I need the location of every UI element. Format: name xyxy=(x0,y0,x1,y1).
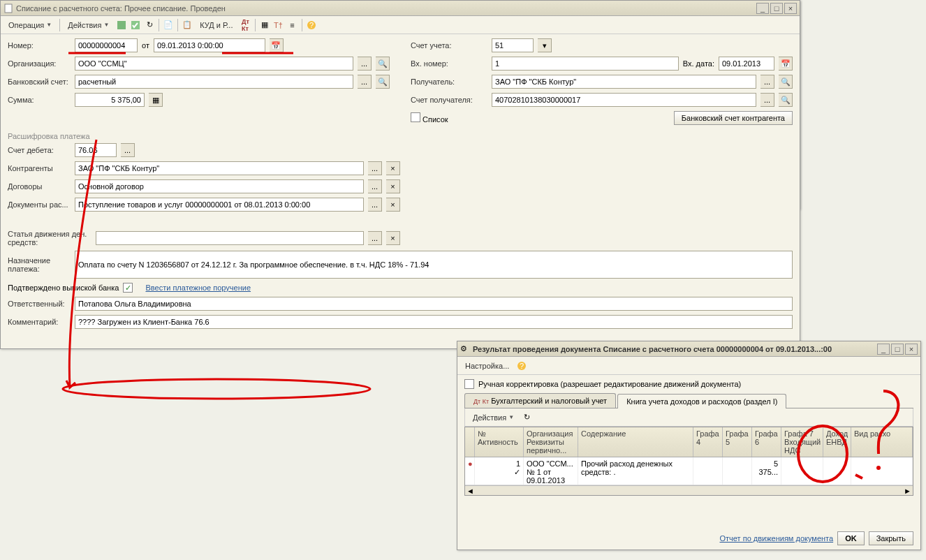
grid-table: №Активность ОрганизацияРеквизиты первичн… xyxy=(464,427,913,496)
vxdata-input[interactable]: 09.01.2013 xyxy=(719,57,774,71)
col-g4[interactable]: Графа 4 xyxy=(693,427,723,457)
search-icon[interactable]: 🔍 xyxy=(376,75,390,89)
ok-button[interactable]: OK xyxy=(837,531,865,545)
new-doc-icon[interactable]: 📄 xyxy=(162,19,175,31)
vxnomer-input[interactable]: 1 xyxy=(492,57,679,71)
refresh-icon[interactable]: ↻ xyxy=(520,411,533,424)
maximize-button[interactable]: □ xyxy=(770,3,783,14)
clear-icon[interactable]: × xyxy=(386,198,400,212)
select-icon[interactable]: ... xyxy=(760,93,774,107)
uchet-input[interactable]: 51 xyxy=(492,38,534,52)
org-input[interactable]: ООО "ССМЦ" xyxy=(75,57,353,71)
section-title: Расшифровка платежа xyxy=(8,132,793,140)
nastroika-button[interactable]: Настройка... xyxy=(460,360,514,372)
col-sod[interactable]: Содержание xyxy=(578,427,693,457)
dogovor-input[interactable]: Основной договор xyxy=(75,179,364,193)
titlebar[interactable]: Списание с расчетного счета: Прочее спис… xyxy=(1,1,800,16)
refresh-icon[interactable]: ↻ xyxy=(143,19,156,31)
spisok-checkbox[interactable] xyxy=(411,112,420,122)
scroll-left-icon[interactable]: ◄ xyxy=(466,487,474,495)
col-g7[interactable]: Графа 7Входящий НДС xyxy=(781,427,823,457)
dtk-icon[interactable]: ДтКт xyxy=(240,19,252,31)
calendar-icon[interactable]: 📅 xyxy=(779,57,793,71)
select-icon[interactable]: ... xyxy=(760,75,774,89)
search-icon[interactable]: 🔍 xyxy=(779,75,793,89)
poluch-input[interactable]: ЗАО "ПФ "СКБ Контур" xyxy=(492,75,756,89)
manual-checkbox[interactable] xyxy=(464,379,474,389)
docs-input[interactable]: Поступление товаров и услуг 00000000001 … xyxy=(75,198,364,212)
maximize-button[interactable]: □ xyxy=(891,344,904,355)
statya-input[interactable] xyxy=(96,231,364,245)
structure-icon[interactable]: ▦ xyxy=(258,19,271,31)
otchet-link[interactable]: Отчет по движениям документа xyxy=(720,534,834,543)
minimize-button[interactable]: _ xyxy=(756,3,769,14)
calendar-icon[interactable]: 📅 xyxy=(270,38,284,52)
help-icon[interactable]: ? xyxy=(515,360,528,372)
tabs: Дт Кт Бухгалтерский и налоговый учет Кни… xyxy=(464,393,913,408)
grid-toolbar: Действия▼ ↻ xyxy=(464,408,913,427)
copy-icon[interactable]: 📋 xyxy=(181,19,193,31)
schetpol-input[interactable]: 40702810138030000017 xyxy=(492,93,756,107)
t-icon[interactable]: T† xyxy=(272,19,285,31)
select-icon[interactable]: ... xyxy=(368,198,382,212)
col-org[interactable]: ОрганизацияРеквизиты первично... xyxy=(524,427,578,457)
schetdeb-input[interactable]: 76.06 xyxy=(75,143,117,157)
svg-text:?: ? xyxy=(520,362,524,370)
otv-input[interactable]: Потапова Ольга Владимировна xyxy=(75,297,793,311)
date-input[interactable]: 09.01.2013 0:00:00 xyxy=(154,38,265,52)
search-icon[interactable]: 🔍 xyxy=(779,93,793,107)
toolbar: Настройка... ? xyxy=(457,357,920,375)
col-g6[interactable]: Графа 6 xyxy=(752,427,781,457)
hscroll[interactable]: ◄ ► xyxy=(465,485,913,495)
col-vid[interactable]: Вид расхо xyxy=(851,427,913,457)
col-g5[interactable]: Графа 5 xyxy=(723,427,752,457)
kud-button[interactable]: КУД и Р... xyxy=(195,19,237,31)
kontr-input[interactable]: ЗАО "ПФ "СКБ Контур" xyxy=(75,161,364,175)
close-button[interactable]: Закрыть xyxy=(869,531,913,545)
clear-icon[interactable]: × xyxy=(386,231,400,245)
help-icon[interactable]: ? xyxy=(305,19,318,31)
scroll-right-icon[interactable]: ► xyxy=(904,487,911,495)
select-icon[interactable]: ... xyxy=(368,179,382,193)
chevron-down-icon[interactable]: ▾ xyxy=(538,38,552,52)
search-icon[interactable]: 🔍 xyxy=(376,57,390,71)
select-icon[interactable]: ... xyxy=(368,161,382,175)
komm-input[interactable]: ???? Загружен из Клиент-Банка 76.6 xyxy=(75,315,793,329)
select-icon[interactable]: ... xyxy=(121,143,135,157)
svg-point-27 xyxy=(63,379,370,399)
summa-input[interactable]: 5 375,00 xyxy=(75,93,145,107)
select-icon[interactable]: ... xyxy=(358,75,372,89)
select-icon[interactable]: ... xyxy=(358,57,372,71)
clear-icon[interactable]: × xyxy=(386,161,400,175)
clear-icon[interactable]: × xyxy=(386,179,400,193)
actions-menu[interactable]: Действия▼ xyxy=(63,19,114,31)
titlebar[interactable]: ⚙ Результат проведения документа Списани… xyxy=(457,341,920,357)
col-mark[interactable] xyxy=(465,427,475,457)
minimize-button[interactable]: _ xyxy=(877,344,890,355)
operation-menu[interactable]: Операция▼ xyxy=(3,19,57,31)
svg-rect-21 xyxy=(117,21,126,29)
col-n[interactable]: №Активность xyxy=(475,427,524,457)
bank-account-button[interactable]: Банковский счет контрагента xyxy=(674,111,793,125)
number-input[interactable]: 00000000004 xyxy=(75,38,138,52)
table-row[interactable]: ● 1✓ ООО "ССМ...№ 1 от 09.01.2013 Прочий… xyxy=(465,457,913,485)
actions-menu[interactable]: Действия▼ xyxy=(468,411,519,424)
calc-icon[interactable]: ▦ xyxy=(149,93,163,107)
close-button[interactable]: × xyxy=(905,344,918,355)
close-button[interactable]: × xyxy=(784,3,797,14)
tab-accounting[interactable]: Дт Кт Бухгалтерский и налоговый учет xyxy=(464,393,616,408)
bank-input[interactable]: расчетный xyxy=(75,75,353,89)
vvesti-link[interactable]: Ввести платежное поручение xyxy=(145,283,251,292)
list-icon[interactable]: ≡ xyxy=(286,19,299,31)
col-dohod[interactable]: Доход ЕНВД xyxy=(823,427,851,457)
number-label: Номер: xyxy=(8,41,71,50)
save-icon[interactable] xyxy=(115,19,128,31)
tab-kudir[interactable]: Книга учета доходов и расходов (раздел I… xyxy=(617,394,786,408)
select-icon[interactable]: ... xyxy=(368,231,382,245)
window-writeoff: Списание с расчетного счета: Прочее спис… xyxy=(0,0,800,349)
nazn-input[interactable]: Оплата по счету N 1203656807 от 24.12.12… xyxy=(75,251,793,279)
confirm-checkbox[interactable]: ✓ xyxy=(123,283,133,293)
post-icon[interactable] xyxy=(129,19,142,31)
main-toolbar: Операция▼ Действия▼ ↻ 📄 📋 КУД и Р... ДтК… xyxy=(1,16,800,34)
window-title: Результат проведения документа Списание … xyxy=(473,345,877,353)
